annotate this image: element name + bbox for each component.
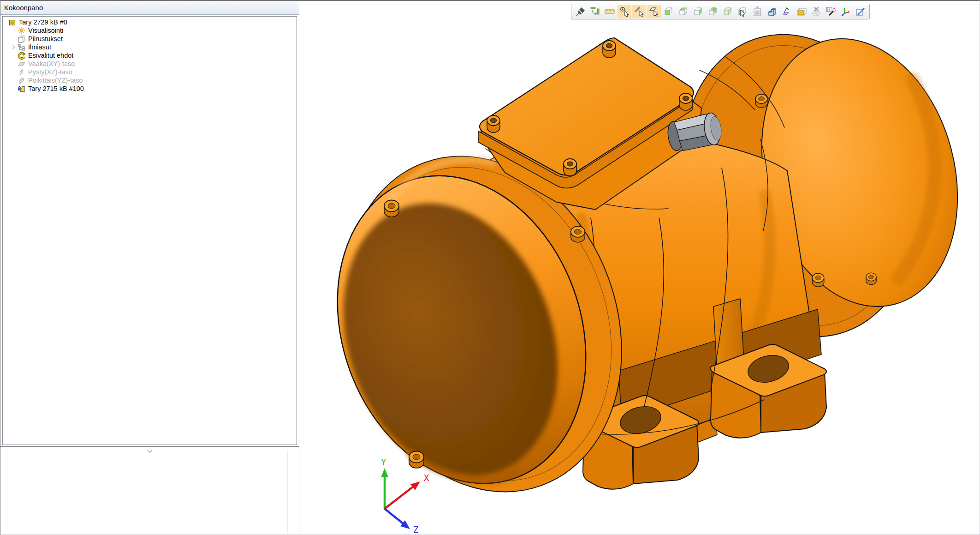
panel-title: Kokoonpano (0, 1, 299, 15)
flange-bolt (812, 273, 824, 287)
yz-plane-icon (18, 77, 25, 84)
view-right-face-button[interactable] (691, 5, 705, 18)
rotate-helper-button[interactable] (588, 5, 602, 18)
view-top-face-button[interactable] (677, 5, 690, 18)
tree-item-label: Pysty(XZ)-taso (28, 68, 72, 76)
view-solid-button[interactable] (721, 5, 735, 18)
view-right-face-icon (693, 6, 704, 17)
3d-canvas[interactable]: Y X Z (299, 1, 980, 535)
model-tary-motor[interactable] (299, 8, 980, 531)
feature-list-icon (752, 6, 763, 17)
detail-panel-divider (287, 450, 288, 534)
tree-item-label: Tary 2729 kB #0 (19, 18, 67, 26)
view-back-face-button[interactable] (706, 5, 720, 18)
assembly-sidebar: Kokoonpano Tary 2729 kB #0 (0, 1, 299, 535)
dimension-wand-button[interactable] (824, 5, 838, 18)
snap-face-button[interactable] (647, 5, 661, 18)
application-window: Kokoonpano Tary 2729 kB #0 (0, 0, 980, 535)
cover-screw (564, 159, 576, 176)
tree-item-xz-plane[interactable]: Pysty(XZ)-taso (3, 68, 297, 76)
measure-icon (604, 6, 615, 17)
flange-bolt (409, 451, 424, 469)
rotate-helper-icon (589, 6, 600, 17)
assembly-icon (8, 18, 16, 26)
transform-view-button[interactable] (854, 5, 867, 18)
view-front-face-button[interactable] (662, 5, 676, 18)
view-back-face-icon (707, 6, 719, 17)
tree-item-label: Vaaka(XY)-taso (28, 60, 75, 68)
tree-item-label: Tary 2715 kB #100 (28, 84, 84, 93)
orientation-triad: Y X Z (381, 457, 429, 535)
detail-panel (1, 447, 298, 535)
flange-bolt (571, 226, 585, 242)
tree-item-visualisointi[interactable]: Visualisointi (3, 26, 297, 35)
select-face-button[interactable] (736, 5, 749, 18)
tree-item-label: Esivalitut ehdot (28, 51, 73, 60)
assembly-tree: Tary 2729 kB #0 Visualisointi (2, 16, 297, 445)
box-fill-icon (796, 6, 807, 17)
sketch-plane-icon (781, 6, 792, 17)
delete-face-button[interactable] (809, 5, 823, 18)
step-part-icon (766, 6, 778, 17)
flange-bolt (384, 200, 399, 217)
select-face-icon (737, 6, 748, 17)
delete-face-icon (811, 6, 822, 17)
model-viewport[interactable]: Y X Z (299, 1, 980, 535)
flange-bolt (755, 94, 767, 108)
box-fill-button[interactable] (795, 5, 808, 18)
view-solid-icon (722, 6, 733, 17)
sketch-plane-button[interactable] (780, 5, 794, 18)
dimension-wand-icon (826, 6, 837, 17)
tree-item-yz-plane[interactable]: Poikittais(YZ)-taso (3, 76, 297, 84)
axis-z-label: Z (413, 524, 418, 535)
tree-item-piirustukset[interactable]: Piirustukset (3, 35, 297, 43)
snap-edge-icon (634, 6, 645, 17)
pin-icon (575, 6, 586, 17)
cover-screw (603, 41, 616, 58)
tree-item-tary-part[interactable]: Tary 2715 kB #100 (3, 84, 297, 93)
appearances-icon (18, 43, 25, 51)
xz-plane-icon (18, 68, 25, 76)
snap-point-icon (619, 6, 630, 17)
tree-item-label: Piirustukset (28, 35, 63, 43)
flange-bolt (866, 273, 876, 285)
step-part-button[interactable] (765, 5, 779, 18)
tree-item-label: Visualisointi (28, 26, 63, 35)
measure-button[interactable] (603, 5, 617, 18)
viewport-toolbar (571, 4, 870, 19)
tree-item-ilmiasut[interactable]: Ilmiasut (3, 43, 297, 51)
axis-y-label: Y (381, 457, 386, 467)
tree-item-assembly-root[interactable]: Tary 2729 kB #0 (3, 18, 297, 26)
snap-mode-group (618, 5, 661, 18)
cover-screw (679, 93, 692, 110)
view-top-face-icon (678, 6, 689, 17)
feature-list-button[interactable] (750, 5, 764, 18)
tree-item-label: Poikittais(YZ)-taso (28, 76, 83, 84)
tree-item-esivalitut-ehdot[interactable]: Esivalitut ehdot (3, 51, 297, 60)
axis-x-arrow (385, 487, 413, 509)
xy-plane-icon (18, 60, 25, 68)
snap-point-button[interactable] (618, 5, 631, 18)
cover-screw (487, 115, 500, 132)
view-front-face-icon (663, 6, 674, 17)
locked-part-icon (18, 85, 25, 93)
collapse-chevron-icon[interactable] (147, 447, 152, 452)
snap-face-icon (648, 6, 659, 17)
pin-button[interactable] (573, 5, 587, 18)
expander-icon[interactable] (11, 45, 15, 49)
tree-item-xy-plane[interactable]: Vaaka(XY)-taso (3, 60, 297, 68)
drawings-icon (18, 35, 25, 43)
coordinate-axes-button[interactable] (839, 5, 853, 18)
snap-edge-button[interactable] (632, 5, 646, 18)
axis-z-arrow (385, 509, 404, 524)
axis-x-label: X (424, 473, 429, 483)
coordinate-axes-icon (840, 6, 851, 17)
tree-item-label: Ilmiasut (28, 43, 51, 51)
visualization-sun-icon (18, 27, 25, 35)
transform-view-icon (855, 6, 866, 17)
preselected-conditions-icon (18, 52, 25, 60)
